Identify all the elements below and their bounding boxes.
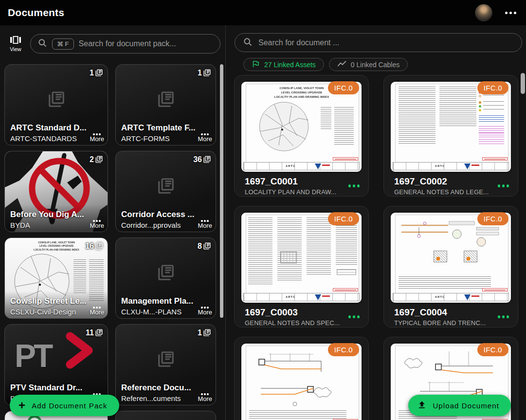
document-card-1697-c0003[interactable]: ARTC IFC.0 1697_C0003 GENERAL NOTES AND …: [234, 206, 369, 328]
stacked-documents-icon: [157, 177, 175, 197]
search-icon: [37, 38, 47, 50]
page-title: Documents: [8, 7, 64, 18]
titleblock: ARTC: [393, 293, 509, 301]
stacked-documents-icon: [157, 263, 175, 284]
pack-thumbnail-ptv-logo: PT: [15, 337, 51, 374]
pack-count-badge: 1: [198, 329, 211, 339]
document-code: 1697_C0004: [394, 307, 486, 318]
document-more-button[interactable]: [498, 183, 509, 189]
document-more-button[interactable]: [498, 313, 509, 320]
pack-card-corridor-access[interactable]: 36 Corridor Access ... Corridor...pprova…: [115, 151, 216, 232]
pack-search-field[interactable]: ⌘ F: [30, 34, 220, 54]
stacked-documents-icon: [95, 242, 103, 252]
sidebar-scrollbar[interactable]: [220, 64, 223, 318]
revision-badge: IFC.0: [328, 81, 359, 94]
upload-icon: [417, 400, 427, 411]
pack-title: Corridor Access ...: [121, 210, 212, 219]
document-title: GENERAL NOTES AND LEGE...: [394, 188, 489, 196]
pack-subtitle: BYDA: [10, 221, 30, 229]
view-label: View: [10, 46, 21, 52]
user-avatar[interactable]: [475, 4, 492, 21]
document-more-button[interactable]: [348, 313, 360, 320]
document-grid: COWSLIP LANE, VIOLET TOWN LEVEL CROSSING…: [226, 71, 526, 420]
document-thumbnail: ARTC IFC.0: [241, 213, 362, 303]
pack-card-reference-documents[interactable]: 1 Reference Docu... Referen...cuments Mo…: [115, 324, 216, 405]
pack-title: PTV Standard Dr...: [10, 383, 104, 393]
document-code: 1697_C0002: [394, 176, 489, 187]
pack-grid: 1 ARTC Standard D... ARTC-STANDARDS More: [0, 54, 225, 420]
search-icon: [243, 37, 253, 49]
document-thumbnail: ARTC IFC.0: [391, 82, 511, 172]
document-search-input[interactable]: [258, 38, 514, 47]
pack-count-badge: 16: [85, 242, 103, 252]
document-pack-sidebar: View ⌘ F 1 ARTC Standard D...: [0, 25, 226, 420]
document-title: GENERAL NOTES AND SPEC...: [245, 319, 340, 327]
pack-card-cowslip[interactable]: COWSLIP LANE, VIOLET TOWN LEVEL CROSSING…: [4, 237, 108, 319]
pack-count-badge: 1: [90, 69, 103, 79]
titleblock: ARTC: [393, 162, 509, 170]
linked-assets-filter-chip[interactable]: 27 Linked Assets: [243, 58, 324, 71]
cable-icon: [337, 60, 346, 69]
pack-search-input[interactable]: [79, 39, 213, 48]
document-card[interactable]: ARTC IFC.0: [234, 337, 369, 420]
pack-count-badge: 36: [193, 155, 211, 165]
pack-title: ARTC Standard D...: [10, 123, 104, 133]
revision-badge: IFC.0: [328, 343, 359, 356]
pack-card-byda[interactable]: 2 Before You Dig A... BYDA More: [4, 151, 108, 232]
pack-title: Cowslip Street Le...: [10, 296, 104, 306]
pack-more-button[interactable]: More: [90, 307, 104, 316]
view-toggle-button[interactable]: View: [6, 36, 25, 52]
pack-title: Management Pla...: [121, 296, 212, 306]
pack-more-button[interactable]: More: [198, 307, 212, 316]
header-menu-button[interactable]: [504, 9, 517, 17]
flag-icon: [252, 60, 260, 70]
linked-cables-filter-chip[interactable]: 0 Linked Cables: [329, 58, 408, 71]
titleblock: ARTC: [243, 293, 360, 301]
pack-more-button[interactable]: More: [198, 220, 212, 229]
pack-title: Reference Docu...: [121, 383, 212, 393]
pack-subtitle: ARTC-FORMS: [121, 134, 170, 143]
pack-more-button[interactable]: More: [198, 133, 212, 143]
document-search-field[interactable]: [235, 33, 522, 52]
keyboard-shortcut-badge: ⌘ F: [52, 38, 74, 50]
pack-card-artc-forms[interactable]: 1 ARTC Template F... ARTC-FORMS More: [115, 64, 216, 146]
pack-card-management-plans[interactable]: 8 Management Pla... CLXU-M...-PLANS More: [115, 237, 216, 319]
app-header: Documents: [0, 0, 526, 25]
stacked-documents-icon: [95, 69, 103, 79]
document-card-1697-c0004[interactable]: ARTC IFC.0 1697_C0004 TYPICAL BORE AND T…: [383, 206, 518, 328]
stacked-documents-icon: [47, 90, 66, 110]
document-more-button[interactable]: [348, 183, 360, 189]
revision-badge: IFC.0: [477, 212, 508, 225]
document-thumbnail: ARTC IFC.0: [241, 344, 362, 420]
pack-subtitle: CLXU-M...-PLANS: [121, 308, 181, 316]
pack-subtitle: Corridor...pprovals: [121, 221, 181, 229]
pack-subtitle: CSLXU-Civil-Design: [10, 308, 76, 316]
document-title: TYPICAL BORE AND TRENC...: [394, 319, 486, 327]
pack-card-artc-standards[interactable]: 1 ARTC Standard D... ARTC-STANDARDS More: [4, 64, 108, 146]
stacked-documents-icon: [203, 155, 211, 165]
pack-more-button[interactable]: More: [198, 393, 212, 402]
pack-card-ptv[interactable]: PT 11 PTV Standard Dr... PTV... More: [4, 324, 108, 405]
pack-count-badge: 1: [198, 69, 211, 79]
pack-count-badge: 8: [198, 242, 211, 252]
main-scrollbar[interactable]: [521, 73, 525, 94]
stacked-documents-icon: [203, 69, 211, 79]
pack-title: Before You Dig A...: [10, 210, 104, 219]
view-carousel-icon: [10, 36, 21, 45]
document-code: 1697_C0001: [245, 176, 337, 187]
pack-more-button[interactable]: More: [90, 133, 104, 143]
document-card-1697-c0002[interactable]: ARTC IFC.0 1697_C0002 GENERAL NOTES AND …: [383, 75, 518, 197]
upload-document-button[interactable]: Upload Document: [408, 395, 511, 416]
pack-count-badge: 11: [86, 329, 103, 339]
stacked-documents-icon: [203, 329, 211, 339]
document-title: LOCALITY PLAN AND DRAW...: [245, 188, 337, 196]
document-thumbnail: COWSLIP LANE, VIOLET TOWN LEVEL CROSSING…: [241, 82, 362, 172]
add-document-pack-button[interactable]: + Add Document Pack: [10, 395, 119, 416]
stacked-documents-icon: [95, 155, 103, 165]
pack-subtitle: Referen...cuments: [121, 394, 181, 402]
stacked-documents-icon: [95, 329, 103, 339]
pack-more-button[interactable]: More: [90, 220, 104, 229]
plus-icon: +: [18, 400, 26, 411]
pack-card-partial[interactable]: [115, 411, 216, 420]
document-card-1697-c0001[interactable]: COWSLIP LANE, VIOLET TOWN LEVEL CROSSING…: [234, 75, 369, 197]
